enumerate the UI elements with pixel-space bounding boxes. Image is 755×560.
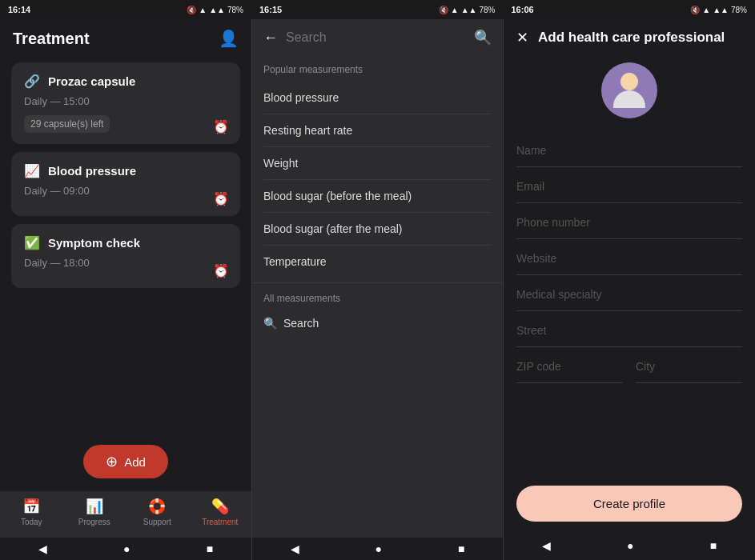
phone-input[interactable]	[516, 206, 742, 238]
create-profile-label: Create profile	[593, 497, 665, 510]
home-btn-h[interactable]: ●	[627, 539, 633, 552]
measurement-weight[interactable]: Weight	[263, 147, 492, 180]
treatment-bottom-nav: 📅 Today 📊 Progress 🛟 Support 💊 Treatment	[0, 491, 251, 538]
nav-support[interactable]: 🛟 Support	[126, 498, 189, 526]
avatar-head	[620, 73, 638, 90]
specialty-input[interactable]	[516, 278, 742, 310]
recents-btn-s[interactable]: ■	[458, 542, 464, 555]
battery-icon3: 78%	[731, 6, 747, 14]
city-input[interactable]	[636, 350, 742, 382]
website-input[interactable]	[516, 242, 742, 274]
sys-nav-search: ◀ ● ■	[252, 538, 503, 560]
icons-search: 🔇 ▲ ▲▲ 78%	[439, 6, 496, 14]
panel-search: ← 🔍 Popular measurements Blood pressure …	[251, 19, 504, 560]
bp-title: Blood pressure	[48, 164, 136, 178]
sys-nav-treatment: ◀ ● ■	[0, 538, 251, 560]
measurement-blood-sugar-before[interactable]: Blood sugar (before the meal)	[263, 180, 492, 213]
back-btn-h[interactable]: ◀	[542, 539, 551, 552]
bp-icon: 📈	[24, 163, 40, 178]
search-input[interactable]	[286, 30, 466, 45]
search-row-label: Search	[283, 317, 319, 330]
email-input[interactable]	[516, 170, 742, 202]
home-btn-t[interactable]: ●	[123, 542, 130, 555]
prozac-schedule: Daily — 15:00	[24, 95, 227, 107]
wifi-icon: ▲	[199, 6, 207, 14]
status-bars: 16:14 🔇 ▲ ▲▲ 78% 16:15 🔇 ▲ ▲▲ 78% 16:06 …	[0, 0, 755, 19]
bp-schedule: Daily — 09:00	[24, 185, 227, 197]
sc-title: Symptom check	[48, 236, 140, 250]
search-back-button[interactable]: ←	[263, 30, 278, 46]
recents-btn-t[interactable]: ■	[207, 542, 213, 555]
hcp-close-button[interactable]: ✕	[516, 29, 528, 46]
create-btn-container: Create profile	[504, 476, 755, 534]
create-profile-button[interactable]: Create profile	[516, 486, 742, 522]
mute-icon3: 🔇	[690, 6, 700, 14]
all-label: All measurements	[263, 293, 492, 304]
nav-treatment[interactable]: 💊 Treatment	[189, 498, 252, 526]
measurement-blood-pressure[interactable]: Blood pressure	[263, 82, 492, 114]
card-prozac[interactable]: 🔗 Prozac capsule Daily — 15:00 29 capsul…	[11, 62, 240, 144]
add-button[interactable]: ⊕ Add	[83, 445, 168, 478]
alarm-icon-prozac: ⏰	[213, 119, 229, 134]
today-icon: 📅	[22, 498, 40, 515]
specialty-field	[516, 278, 742, 311]
time-treatment: 16:14	[8, 5, 30, 14]
nav-progress[interactable]: 📊 Progress	[63, 498, 127, 526]
street-input[interactable]	[516, 314, 742, 346]
status-bar-hcp: 16:06 🔇 ▲ ▲▲ 78%	[504, 0, 756, 19]
signal-icon3: ▲▲	[713, 6, 729, 14]
treatment-cards: 🔗 Prozac capsule Daily — 15:00 29 capsul…	[0, 56, 251, 435]
nav-today-label: Today	[21, 518, 42, 526]
alarm-icon-bp: ⏰	[213, 191, 229, 206]
battery-icon2: 78%	[479, 6, 495, 14]
mute-icon: 🔇	[187, 6, 196, 14]
icons-treatment: 🔇 ▲ ▲▲ 78%	[187, 6, 243, 14]
avatar	[601, 62, 657, 118]
nav-today[interactable]: 📅 Today	[0, 498, 63, 526]
card-symptom-check[interactable]: ✅ Symptom check Daily — 18:00 ⏰	[11, 224, 240, 288]
nav-progress-label: Progress	[78, 518, 110, 526]
hcp-title: Add health care professional	[538, 30, 725, 46]
back-btn-s[interactable]: ◀	[291, 542, 299, 555]
progress-icon: 📊	[86, 498, 103, 515]
prozac-badge: 29 capsule(s) left	[24, 115, 110, 133]
alarm-icon-sc: ⏰	[213, 263, 229, 278]
measurement-temperature[interactable]: Temperature	[263, 246, 492, 278]
support-icon: 🛟	[148, 498, 166, 515]
treatment-title: Treatment	[13, 30, 90, 48]
card-title-row-prozac: 🔗 Prozac capsule	[24, 74, 227, 89]
signal-icon: ▲▲	[209, 6, 225, 14]
card-blood-pressure[interactable]: 📈 Blood pressure Daily — 09:00 ⏰	[11, 152, 240, 216]
prozac-title: Prozac capsule	[48, 74, 135, 88]
status-bar-search: 16:15 🔇 ▲ ▲▲ 78%	[251, 0, 504, 19]
measurement-resting-heart-rate[interactable]: Resting heart rate	[263, 114, 492, 147]
nav-treatment-label: Treatment	[202, 518, 238, 526]
hcp-header: ✕ Add health care professional	[504, 19, 755, 54]
battery-icon: 78%	[227, 6, 243, 14]
avatar-container	[516, 62, 742, 118]
sc-schedule: Daily — 18:00	[24, 257, 227, 269]
treatment-header: Treatment 👤	[0, 19, 251, 56]
add-btn-container: ⊕ Add	[0, 435, 251, 491]
status-bar-treatment: 16:14 🔇 ▲ ▲▲ 78%	[0, 0, 251, 19]
check-icon: ✅	[24, 235, 40, 250]
plus-icon: ⊕	[106, 453, 118, 470]
pill-icon: 🔗	[24, 74, 40, 89]
measurement-blood-sugar-after[interactable]: Blood sugar (after the meal)	[263, 213, 492, 246]
back-btn-t[interactable]: ◀	[38, 542, 47, 555]
wifi-icon3: ▲	[702, 6, 710, 14]
zip-field	[516, 350, 623, 383]
name-input[interactable]	[516, 134, 742, 166]
home-btn-s[interactable]: ●	[375, 542, 382, 555]
search-icon[interactable]: 🔍	[474, 29, 492, 46]
profile-icon[interactable]: 👤	[219, 29, 239, 48]
hcp-body	[504, 54, 755, 476]
card-title-row-bp: 📈 Blood pressure	[24, 163, 227, 178]
wifi-icon2: ▲	[451, 6, 459, 14]
recents-btn-h[interactable]: ■	[710, 539, 717, 552]
sys-nav-hcp: ◀ ● ■	[504, 534, 755, 560]
zip-input[interactable]	[516, 350, 623, 382]
avatar-coat	[613, 90, 645, 108]
all-search-row[interactable]: 🔍 Search	[263, 310, 492, 336]
time-search: 16:15	[259, 5, 282, 14]
